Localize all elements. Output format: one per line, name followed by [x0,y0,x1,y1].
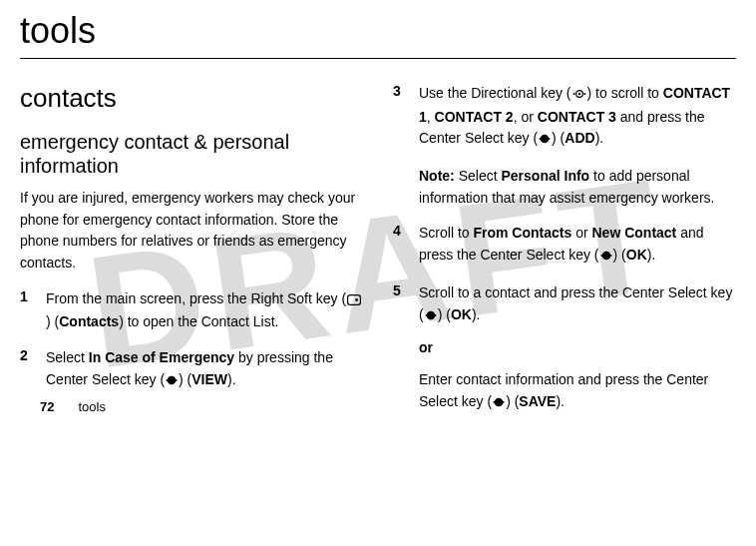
step-4: 4 Scroll to From Contacts or New Contact… [393,223,736,268]
step-number: 3 [393,83,405,152]
contacts-token: Contacts [59,313,119,329]
step-body: Scroll to From Contacts or New Contact a… [419,223,736,268]
svg-point-2 [168,376,177,385]
svg-point-8 [583,93,585,95]
subsection-heading: emergency contact & personal information [20,130,363,178]
svg-point-9 [541,135,550,144]
t: ) ( [179,371,191,387]
section-heading: contacts [20,83,363,114]
svg-point-13 [600,255,602,257]
t: ) ( [506,393,519,409]
title-rule [20,58,736,59]
svg-rect-0 [348,294,361,304]
svg-point-4 [176,379,178,381]
step-5: 5 Scroll to a contact and press the Cent… [393,282,736,414]
personal-info-token: Personal Info [501,168,589,184]
note-block: Note: Select Personal Info to add person… [419,166,736,209]
svg-point-19 [494,401,496,403]
contact2-token: CONTACT 2 [435,109,514,125]
t: Select [46,349,89,365]
or-separator: or [419,337,736,359]
svg-point-18 [495,397,504,406]
new-contact-token: New Contact [592,225,677,241]
page-number: 72 [40,399,54,414]
right-soft-key-icon [347,290,361,312]
directional-key-icon [572,85,586,107]
view-token: VIEW [191,371,227,387]
save-token: SAVE [519,393,556,409]
svg-point-15 [426,310,435,319]
footer-label: tools [78,399,105,414]
t: ). [556,393,565,409]
page-content: tools contacts emergency contact & perso… [20,10,736,428]
svg-point-6 [577,93,579,95]
center-select-key-icon [600,247,612,269]
t: , or [514,109,538,125]
t: From the main screen, press the Right So… [46,290,346,306]
svg-point-12 [601,252,610,261]
step-body: Use the Directional key () to scroll to … [419,83,736,152]
t: ) to scroll to [587,85,663,101]
center-select-key-icon [425,306,437,328]
t: or [571,225,591,241]
t: Select [455,168,502,184]
page-title: tools [20,10,736,52]
step-1: 1 From the main screen, press the Right … [20,288,363,333]
intro-paragraph: If you are injured, emergency workers ma… [20,188,363,274]
t: ) ( [438,306,451,322]
step-number: 5 [393,282,405,414]
center-select-key-icon [493,393,505,415]
t: , [427,109,435,125]
t: Use the Directional key ( [419,85,571,101]
step-2: 2 Select In Case of Emergency by pressin… [20,347,363,392]
svg-point-1 [355,298,358,301]
from-contacts-token: From Contacts [473,225,571,241]
left-column: contacts emergency contact & personal in… [20,83,363,428]
step-body: Select In Case of Emergency by pressing … [46,347,363,392]
svg-point-3 [167,379,169,381]
t: ) to open the Contact List. [119,313,278,329]
t: ). [647,247,656,263]
svg-point-20 [503,401,505,403]
center-select-key-icon [539,130,551,152]
t: ) ( [46,313,59,329]
right-column: 3 Use the Directional key () to scroll t… [393,83,736,428]
svg-point-11 [549,138,551,140]
step-3: 3 Use the Directional key () to scroll t… [393,83,736,152]
ok-token: OK [451,306,472,322]
t: ). [595,130,604,146]
add-token: ADD [565,130,594,146]
t: ) ( [552,130,565,146]
two-column-layout: contacts emergency contact & personal in… [20,83,736,428]
center-select-key-icon [166,371,178,393]
t: Scroll to [419,225,473,241]
in-case-of-emergency-token: In Case of Emergency [89,349,234,365]
page-footer: 72tools [40,399,106,414]
svg-point-17 [434,314,436,316]
t: ) ( [613,247,626,263]
svg-point-7 [572,93,574,95]
step-body: Scroll to a contact and press the Center… [419,282,736,414]
svg-point-10 [540,138,542,140]
svg-point-16 [425,314,427,316]
step-number: 4 [393,223,405,268]
t: ). [472,306,481,322]
ok-token: OK [626,247,647,263]
svg-point-14 [609,255,611,257]
note-label: Note: [419,168,455,184]
step-body: From the main screen, press the Right So… [46,288,363,333]
step-number: 2 [20,347,32,392]
step-number: 1 [20,288,32,333]
t: ). [227,371,236,387]
contact3-token: CONTACT 3 [538,109,616,125]
